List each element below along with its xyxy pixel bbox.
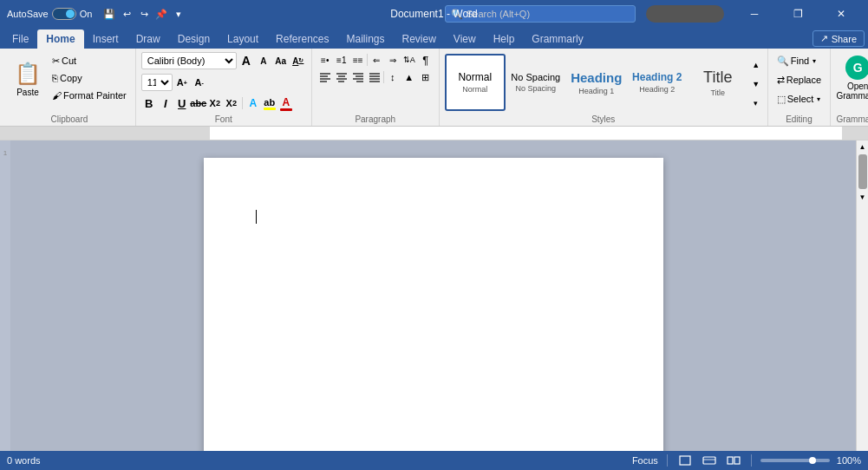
font-decrease-button[interactable]: A-	[192, 75, 207, 90]
font-size-select[interactable]: 11	[141, 74, 173, 91]
format-row: B I U abc X2 X2 A ab A	[141, 95, 294, 111]
paragraph-content: ≡• ≡1 ≡≡ ⇐ ⇒ ⇅A ¶	[317, 52, 434, 113]
save-icon[interactable]: 💾	[102, 7, 116, 21]
copy-icon: ⎘	[52, 73, 58, 83]
restore-button[interactable]: ❐	[778, 0, 818, 28]
zoom-slider[interactable]	[760, 459, 830, 462]
paragraph-label: Paragraph	[355, 114, 395, 126]
style-normal[interactable]: Normal Normal	[445, 54, 506, 111]
text-effects-button[interactable]: A	[245, 95, 261, 111]
style-title[interactable]: Title Title	[688, 54, 748, 111]
view-read-button[interactable]	[725, 454, 742, 467]
page[interactable]	[204, 158, 663, 451]
style-heading1[interactable]: Heading Heading 1	[566, 54, 627, 111]
undo-icon[interactable]: ↩	[120, 7, 134, 21]
minimize-button[interactable]: ─	[734, 0, 774, 28]
align-center-button[interactable]	[334, 69, 349, 85]
bold-button[interactable]: B	[141, 95, 157, 111]
align-left-button[interactable]	[317, 69, 333, 85]
options-icon[interactable]: ▾	[172, 7, 186, 21]
underline-button[interactable]: U	[174, 95, 190, 111]
scroll-thumb[interactable]	[858, 154, 867, 189]
sort-button[interactable]: ⇅A	[401, 52, 417, 68]
tab-design[interactable]: Design	[169, 29, 219, 49]
share-button[interactable]: ↗ Share	[813, 30, 865, 47]
styles-more[interactable]: ▾	[750, 94, 762, 113]
find-button[interactable]: 🔍 Find ▾	[773, 52, 819, 69]
tab-file[interactable]: File	[3, 29, 37, 49]
find-label: Find	[791, 55, 809, 66]
tab-insert[interactable]: Insert	[84, 29, 127, 49]
strikethrough-button[interactable]: abc	[191, 95, 206, 111]
shading-button[interactable]: ▲	[401, 69, 417, 85]
share-icon: ↗	[820, 33, 828, 44]
select-button[interactable]: ⬚ Select ▾	[773, 90, 825, 108]
page-content[interactable]	[256, 210, 611, 451]
ruler: /* ticks drawn via CSS */	[0, 127, 868, 140]
view-print-button[interactable]	[676, 454, 694, 467]
grammarly-open-button[interactable]: G OpenGrammarly	[836, 52, 868, 104]
styles-scroll-down[interactable]: ▼	[750, 75, 762, 94]
clear-format-button[interactable]: A↻	[290, 53, 306, 69]
tab-mailings[interactable]: Mailings	[337, 29, 393, 49]
style-no-spacing[interactable]: No Spacing No Spacing	[506, 54, 566, 111]
borders-button[interactable]: ⊞	[418, 69, 434, 85]
tab-layout[interactable]: Layout	[219, 29, 267, 49]
line-spacing-button[interactable]: ↕	[385, 69, 401, 85]
align-right-button[interactable]	[350, 69, 366, 85]
doc-scroll[interactable]	[10, 140, 856, 451]
svg-rect-20	[734, 457, 740, 464]
autosave-state: On	[80, 9, 93, 19]
close-button[interactable]: ✕	[821, 0, 861, 28]
svg-rect-16	[680, 456, 690, 465]
tab-review[interactable]: Review	[394, 29, 445, 49]
bullets-button[interactable]: ≡•	[317, 52, 333, 68]
tab-home[interactable]: Home	[37, 29, 83, 49]
autosave-toggle[interactable]	[52, 8, 76, 20]
font-name-select[interactable]: Calibri (Body)	[141, 52, 237, 69]
pin-icon[interactable]: 📌	[154, 7, 168, 21]
ruler-content: /* ticks drawn via CSS */	[210, 127, 842, 140]
tab-references[interactable]: References	[267, 29, 337, 49]
user-avatar[interactable]	[646, 5, 724, 23]
font-increase-button[interactable]: A+	[174, 75, 190, 90]
font-grow-button[interactable]: A	[238, 53, 254, 69]
ruler-right-margin	[842, 127, 868, 140]
scroll-down-button[interactable]: ▼	[857, 191, 869, 203]
justify-button[interactable]	[367, 69, 382, 85]
format-painter-button[interactable]: 🖌 Format Painter	[49, 87, 130, 104]
highlight-button[interactable]: ab	[262, 95, 277, 111]
styles-scroll-up[interactable]: ▲	[750, 55, 762, 75]
numbering-button[interactable]: ≡1	[334, 52, 349, 68]
subscript-button[interactable]: X2	[207, 95, 223, 111]
multilevel-button[interactable]: ≡≡	[350, 52, 366, 68]
replace-button[interactable]: ⇄ Replace	[773, 71, 825, 88]
font-case-button[interactable]: Aa	[273, 53, 289, 69]
paragraph-group: ≡• ≡1 ≡≡ ⇐ ⇒ ⇅A ¶	[312, 49, 440, 126]
copy-button[interactable]: ⎘ Copy	[49, 69, 130, 87]
styles-list: Normal Normal No Spacing No Spacing Head…	[445, 52, 748, 113]
tab-help[interactable]: Help	[485, 29, 524, 49]
font-color-button[interactable]: A	[278, 95, 294, 111]
superscript-button[interactable]: X2	[224, 95, 239, 111]
clipboard-col: ✂ Cut ⎘ Copy 🖌 Format Painter	[49, 52, 130, 104]
tab-grammarly[interactable]: Grammarly	[523, 29, 591, 49]
style-title-preview: Title	[703, 69, 732, 87]
increase-indent-button[interactable]: ⇒	[385, 52, 401, 68]
tab-draw[interactable]: Draw	[127, 29, 169, 49]
cut-button[interactable]: ✂ Cut	[49, 52, 130, 69]
zoom-thumb	[809, 457, 816, 464]
italic-button[interactable]: I	[158, 95, 173, 111]
ruler-left-margin	[0, 127, 210, 140]
redo-icon[interactable]: ↪	[137, 7, 151, 21]
view-web-button[interactable]	[701, 454, 718, 467]
decrease-indent-button[interactable]: ⇐	[369, 52, 384, 68]
scroll-up-button[interactable]: ▲	[857, 140, 869, 153]
style-heading2[interactable]: Heading 2 Heading 2	[627, 54, 688, 111]
font-shrink-button[interactable]: A	[256, 53, 271, 69]
paste-button[interactable]: 📋 Paste	[9, 52, 47, 104]
show-marks-button[interactable]: ¶	[418, 52, 434, 68]
tab-view[interactable]: View	[445, 29, 485, 49]
focus-label: Focus	[632, 455, 658, 466]
editing-group: 🔍 Find ▾ ⇄ Replace ⬚ Select ▾ Editing	[768, 49, 831, 126]
